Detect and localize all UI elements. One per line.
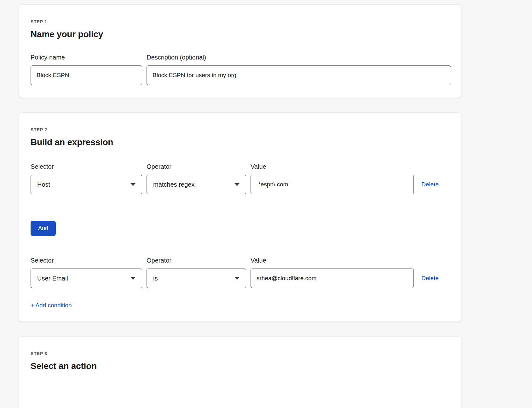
selector-dropdown-2[interactable]: User Email xyxy=(31,269,142,288)
description-field: Description (optional) xyxy=(147,54,451,85)
step1-label: STEP 1 xyxy=(31,19,450,24)
selector-label: Selector xyxy=(31,257,142,264)
and-button[interactable]: And xyxy=(31,221,56,236)
value-label: Value xyxy=(251,257,414,264)
chevron-down-icon xyxy=(130,277,136,280)
selector-dropdown-1-value: Host xyxy=(37,181,50,188)
selector-label: Selector xyxy=(31,163,142,170)
policy-builder-page: STEP 1 Name your policy Policy name Desc… xyxy=(0,0,532,408)
description-label: Description (optional) xyxy=(147,54,451,61)
policy-name-input[interactable] xyxy=(31,65,142,85)
chevron-down-icon xyxy=(234,183,240,186)
add-condition-button[interactable]: + Add condition xyxy=(31,302,72,309)
value-input-1[interactable] xyxy=(251,175,414,194)
operator-label: Operator xyxy=(147,163,246,170)
operator-dropdown-1-value: matches regex xyxy=(153,181,194,188)
operator-dropdown-2[interactable]: is xyxy=(147,269,246,288)
condition-row-1: Host matches regex Delete xyxy=(31,175,450,194)
step1-fields-row: Policy name Description (optional) xyxy=(31,54,450,85)
selector-dropdown-1[interactable]: Host xyxy=(31,175,142,194)
chevron-down-icon xyxy=(130,183,136,186)
value-input-2[interactable] xyxy=(251,269,414,288)
value-label: Value xyxy=(251,163,414,170)
delete-condition-1-button[interactable]: Delete xyxy=(421,181,439,188)
condition-row-2: User Email is Delete xyxy=(31,269,450,288)
delete-condition-2-button[interactable]: Delete xyxy=(421,275,439,282)
description-input[interactable] xyxy=(147,65,451,85)
step3-title: Select an action xyxy=(31,361,450,371)
policy-name-label: Policy name xyxy=(31,54,142,61)
policy-name-field: Policy name xyxy=(31,54,142,85)
operator-label: Operator xyxy=(147,257,246,264)
selector-dropdown-2-value: User Email xyxy=(37,275,68,282)
operator-dropdown-2-value: is xyxy=(153,275,158,282)
step1-card: STEP 1 Name your policy Policy name Desc… xyxy=(19,4,461,98)
chevron-down-icon xyxy=(234,277,240,280)
step2-card: STEP 2 Build an expression Selector Oper… xyxy=(19,112,461,322)
condition2-labels-row: Selector Operator Value xyxy=(31,257,450,264)
step2-label: STEP 2 xyxy=(31,127,450,132)
condition1-labels-row: Selector Operator Value xyxy=(31,163,450,170)
step2-title: Build an expression xyxy=(31,137,450,147)
step3-label: STEP 3 xyxy=(31,351,450,356)
step3-card: STEP 3 Select an action xyxy=(19,336,461,408)
operator-dropdown-1[interactable]: matches regex xyxy=(147,175,246,194)
step1-title: Name your policy xyxy=(31,29,450,39)
